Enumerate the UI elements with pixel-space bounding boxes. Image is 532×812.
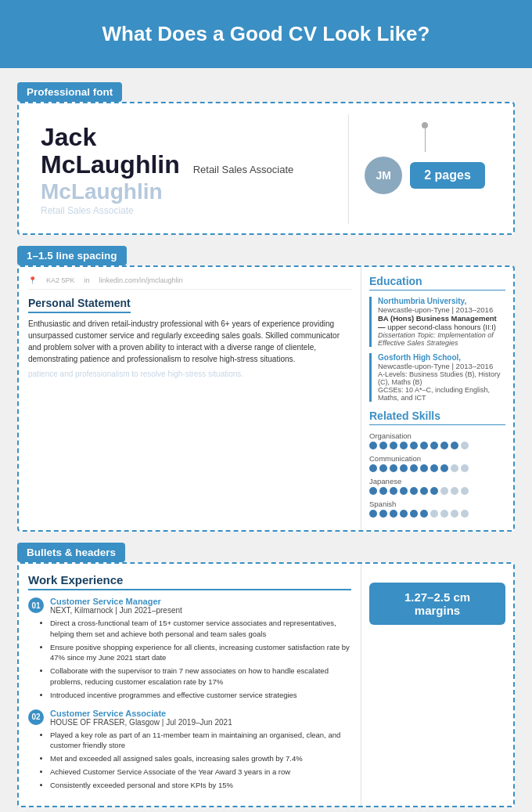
job-company-1: NEXT, Kilmarnock | Jun 2021–present — [50, 606, 182, 615]
cv-preview-box-1: Jack McLaughlin Retail Sales Associate M… — [17, 102, 515, 235]
personal-statement-heading: Personal Statement — [28, 297, 131, 313]
skill-japanese: Japanese — [369, 477, 505, 495]
job-company-2: HOUSE OF FRASER, Glasgow | Jul 2019–Jun … — [50, 718, 232, 727]
cv-avatar: JM — [365, 157, 402, 194]
skill-name-communication: Communication — [369, 454, 505, 463]
edu-school-loc-2: Newcastle-upon-Tyne | 2013–2016 — [378, 362, 505, 370]
edu-school-1: Northumbria University, Newcastle-upon-T… — [369, 297, 505, 347]
skill-organisation: Organisation — [369, 431, 505, 449]
cv-right-badge: JM 2 pages — [348, 114, 501, 224]
work-experience-heading: Work Experience — [28, 573, 351, 590]
job-num-2: 02 — [28, 709, 44, 725]
skill-dots-spanish — [369, 510, 505, 518]
bullet-2-2: Met and exceeded all assigned sales goal… — [50, 753, 351, 764]
bullet-1-4: Introduced incentive programmes and effe… — [50, 690, 351, 701]
job-bullets-1: Direct a cross-functional team of 15+ cu… — [28, 618, 351, 700]
skill-dots-japanese — [369, 487, 505, 495]
bullet-1-1: Direct a cross-functional team of 15+ cu… — [50, 618, 351, 640]
cv-name-first: Jack — [41, 124, 293, 151]
bullet-1-3: Collaborate with the supervisor to train… — [50, 666, 351, 687]
contact-linkedin-icon: in — [84, 276, 90, 284]
skill-dots-organisation — [369, 442, 505, 449]
contact-location-icon: 📍 — [28, 276, 37, 284]
section-line-spacing: 1–1.5 line spacing 📍 KA2 5PK in linkedin… — [17, 246, 515, 532]
personal-statement-text: Enthusiastic and driven retail-industry … — [28, 318, 351, 365]
job-bullets-2: Played a key role as part of an 11-membe… — [28, 730, 351, 791]
cv-education-area: Education Northumbria University, Newcas… — [361, 267, 513, 530]
cv-left-name: Jack McLaughlin Retail Sales Associate M… — [31, 114, 348, 224]
annotation-bullets-headers: Bullets & headers — [17, 543, 125, 562]
cv-pages-badge: 2 pages — [410, 162, 485, 189]
cv-job-title-inline: Retail Sales Associate — [193, 164, 294, 175]
bullet-2-1: Played a key role as part of an 11-membe… — [50, 730, 351, 752]
edu-school-name-2: Gosforth High School, — [378, 353, 505, 362]
edu-school-name-1: Northumbria University, — [378, 297, 505, 305]
edu-detail-1: Dissertation Topic: Implementation of Ef… — [378, 331, 505, 347]
skills-list: Organisation Communication — [369, 431, 505, 518]
annotation-professional-font: Professional font — [17, 82, 122, 102]
margins-badge: 1.27–2.5 cm margins — [369, 583, 505, 625]
skill-name-organisation: Organisation — [369, 431, 505, 440]
main-content: Professional font Jack McLaughlin Retail… — [0, 68, 532, 812]
section-professional-font: Professional font Jack McLaughlin Retail… — [17, 82, 515, 235]
cv-name-ghost: McLaughlin — [41, 180, 339, 204]
skill-name-spanish: Spanish — [369, 500, 505, 508]
page-title: What Does a Good CV Look Like? — [16, 22, 516, 46]
section-bullets-headers: Bullets & headers Work Experience 01 Cus… — [17, 543, 515, 807]
skill-name-japanese: Japanese — [369, 477, 505, 485]
job-num-1: 01 — [28, 597, 44, 613]
cv-margins-area: 1.27–2.5 cm margins — [361, 564, 513, 806]
contact-location: KA2 5PK — [46, 276, 75, 284]
skill-communication: Communication — [369, 454, 505, 472]
job-role-2: Customer Service Associate — [50, 709, 232, 718]
edu-school-loc-1: Newcastle-upon-Tyne | 2013–2016 — [378, 305, 505, 314]
skills-heading: Related Skills — [369, 410, 505, 425]
edu-degree-2: A-Levels: Business Studies (B), History … — [378, 370, 505, 386]
contact-linkedin: linkedin.com/in/jmclaughlin — [99, 276, 183, 284]
connector-dot — [422, 122, 428, 128]
bullet-2-3: Achieved Customer Service Associate of t… — [50, 767, 351, 778]
cv-preview-box-2: 📍 KA2 5PK in linkedin.com/in/jmclaughlin… — [17, 265, 515, 532]
page-header: What Does a Good CV Look Like? — [0, 0, 532, 68]
edu-school-2: Gosforth High School, Newcastle-upon-Tyn… — [369, 353, 505, 402]
job-entry-1: 01 Customer Service Manager NEXT, Kilmar… — [28, 597, 351, 700]
education-heading: Education — [369, 275, 505, 291]
skill-spanish: Spanish — [369, 500, 505, 518]
skill-dots-communication — [369, 464, 505, 472]
edu-degree-1: BA (Hons) Business Management — upper se… — [378, 314, 505, 331]
job-entry-2: 02 Customer Service Associate HOUSE OF F… — [28, 709, 351, 791]
cv-personal-statement-area: 📍 KA2 5PK in linkedin.com/in/jmclaughlin… — [19, 267, 361, 530]
cv-work-experience-area: Work Experience 01 Customer Service Mana… — [19, 564, 361, 806]
cv-name-last: McLaughlin Retail Sales Associate — [41, 151, 293, 179]
connector-line — [425, 128, 426, 152]
bullet-2-4: Consistently exceeded personal and store… — [50, 780, 351, 791]
bullet-1-2: Ensure positive shopping experience for … — [50, 642, 351, 664]
annotation-line-spacing: 1–1.5 line spacing — [17, 246, 127, 265]
edu-extra-2: GCSEs: 10 A*–C, including English, Maths… — [378, 386, 505, 402]
personal-statement-ghost: patience and professionalism to resolve … — [28, 368, 351, 380]
cv-preview-box-3: Work Experience 01 Customer Service Mana… — [17, 562, 515, 807]
job-role-1: Customer Service Manager — [50, 597, 182, 606]
cv-title-ghost: Retail Sales Associate — [41, 205, 339, 216]
